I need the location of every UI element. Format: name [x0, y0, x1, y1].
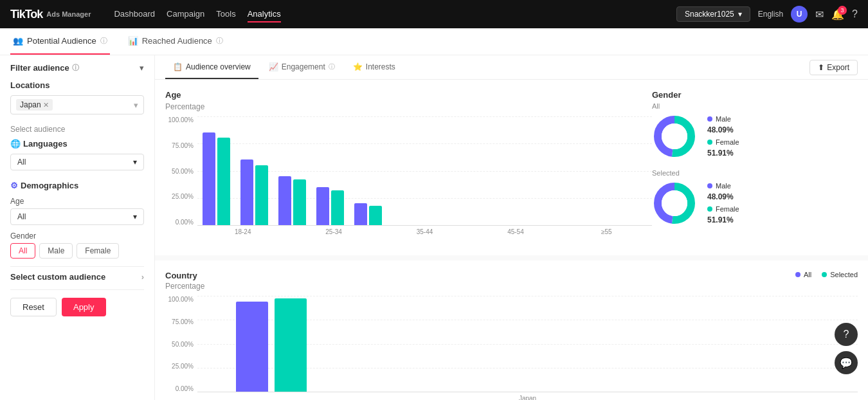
age-selected-bar-18-24	[217, 138, 230, 225]
overview-icon: 📋	[173, 62, 183, 71]
gender-all-legend: Male 48.09% Female 51.91%	[707, 115, 739, 158]
svg-point-5	[662, 190, 687, 216]
inner-tabbar: 📋 Audience overview 📈 Engagement ⓘ ⭐ Int…	[155, 55, 868, 80]
location-input[interactable]: Japan ✕ ▾	[10, 95, 144, 114]
location-dropdown-icon[interactable]: ▾	[134, 100, 138, 110]
selected-female-dot	[707, 206, 712, 212]
country-legend-selected: Selected	[822, 271, 858, 278]
age-selected-bar-45-54	[331, 190, 344, 225]
engagement-icon: 📈	[269, 62, 278, 71]
avatar[interactable]: U	[791, 6, 808, 23]
tab-audience-overview[interactable]: 📋 Audience overview	[165, 55, 258, 79]
section-header: Age Percentage 100.00% 75.00% 50.00% 25.…	[165, 90, 858, 245]
logo: TikTok Ads Manager	[10, 8, 91, 21]
select-audience-label: Select audience	[10, 125, 144, 134]
country-all-dot	[795, 272, 800, 277]
gender-buttons: All Male Female	[10, 243, 144, 259]
language-select[interactable]: All ▾	[10, 154, 144, 170]
audience-tabbar: 👥 Potential Audience ⓘ 📊 Reached Audienc…	[0, 28, 868, 55]
gender-label: Gender	[10, 232, 144, 241]
age-y-axis: 100.00% 75.00% 50.00% 25.00% 0.00%	[165, 116, 197, 226]
account-selector[interactable]: Snackker1025 ▾	[676, 6, 750, 22]
demographics-label: ⚙ Demographics	[10, 181, 144, 190]
filter-title: Filter audience ⓘ	[10, 63, 79, 73]
nav-analytics[interactable]: Analytics	[248, 6, 281, 23]
charts-container: Age Percentage 100.00% 75.00% 50.00% 25.…	[155, 80, 868, 400]
help-icon[interactable]: ?	[852, 8, 858, 20]
language-selector[interactable]: English	[758, 10, 783, 19]
age-group-35-44	[273, 116, 311, 225]
notifications-icon[interactable]: 🔔 3	[831, 8, 844, 21]
age-all-bar-55plus	[354, 203, 367, 225]
collapse-icon[interactable]: ▾	[140, 63, 144, 73]
reset-button[interactable]: Reset	[10, 298, 57, 316]
nav-tools[interactable]: Tools	[216, 6, 235, 23]
country-selected-bar	[275, 298, 307, 392]
potential-help-icon[interactable]: ⓘ	[100, 36, 107, 46]
main-layout: Filter audience ⓘ ▾ Locations Japan ✕ ▾ …	[0, 55, 868, 400]
country-selected-dot	[822, 272, 827, 277]
country-bar-chart: 100.00% 75.00% 50.00% 25.00% 0.00%	[165, 296, 858, 400]
age-group-18-24	[197, 116, 235, 225]
sidebar: Filter audience ⓘ ▾ Locations Japan ✕ ▾ …	[0, 55, 155, 400]
export-button[interactable]: ⬆ Export	[809, 60, 858, 75]
country-bar-group	[236, 298, 307, 392]
gender-male-button[interactable]: Male	[39, 243, 73, 259]
tab-interests[interactable]: ⭐ Interests	[345, 55, 403, 79]
apply-button[interactable]: Apply	[62, 298, 106, 316]
legend-female: Female	[707, 138, 739, 146]
age-group-55plus	[349, 116, 387, 225]
gender-selected-label: Selected	[652, 169, 858, 177]
gender-all-label: All	[652, 102, 858, 110]
nav-links: Dashboard Campaign Tools Analytics	[114, 6, 280, 23]
all-female-pct: 51.91%	[707, 149, 739, 158]
engagement-help-icon[interactable]: ⓘ	[329, 62, 335, 71]
nav-dashboard[interactable]: Dashboard	[114, 6, 155, 23]
age-selected-bar-55plus	[369, 206, 382, 225]
legend-selected-female: Female	[707, 205, 739, 213]
float-buttons: ? 💬	[835, 323, 858, 374]
age-group-45-54	[311, 116, 349, 225]
age-chart: Age Percentage 100.00% 75.00% 50.00% 25.…	[165, 90, 652, 245]
age-field: Age All ▾	[10, 197, 144, 225]
age-select[interactable]: All ▾	[10, 208, 144, 225]
remove-location-icon[interactable]: ✕	[43, 101, 49, 109]
gender-selected-legend: Male 48.09% Female 51.91%	[707, 182, 739, 224]
country-chart-title: Country	[165, 271, 204, 280]
help-float-button[interactable]: ?	[835, 323, 858, 346]
gender-female-button[interactable]: Female	[77, 243, 119, 259]
top-navigation: TikTok Ads Manager Dashboard Campaign To…	[0, 0, 868, 28]
languages-section: 🌐 Languages All ▾	[10, 139, 144, 170]
gender-all-donut-chart	[652, 114, 697, 159]
country-x-labels: Japan	[165, 392, 858, 400]
age-bar-chart: 100.00% 75.00% 50.00% 25.00% 0.00%	[165, 116, 652, 245]
locations-section: Locations Japan ✕ ▾	[10, 80, 144, 114]
demographics-section: ⚙ Demographics Age All ▾ Gender All Male…	[10, 181, 144, 259]
gender-selected-donut: Male 48.09% Female 51.91%	[652, 181, 858, 226]
filter-help-icon[interactable]: ⓘ	[72, 63, 79, 73]
male-dot	[707, 116, 712, 122]
reached-help-icon[interactable]: ⓘ	[216, 36, 223, 46]
nav-campaign[interactable]: Campaign	[167, 6, 204, 23]
custom-audience-row[interactable]: Select custom audience ›	[10, 266, 144, 287]
tab-engagement[interactable]: 📈 Engagement ⓘ	[261, 55, 343, 79]
age-pct-label: Percentage	[165, 102, 652, 111]
age-gender-section: Age Percentage 100.00% 75.00% 50.00% 25.…	[155, 80, 868, 255]
age-chart-title: Age	[165, 90, 652, 100]
gender-field: Gender All Male Female	[10, 232, 144, 259]
custom-audience-chevron: ›	[141, 272, 144, 282]
gender-chart-title: Gender	[652, 90, 858, 100]
svg-point-2	[662, 123, 687, 149]
age-selected-bar-25-34	[255, 165, 268, 225]
chevron-down-icon: ▾	[738, 10, 742, 19]
selected-female-pct: 51.91%	[707, 215, 739, 224]
gender-selected-donut-chart	[652, 181, 697, 226]
tab-potential-audience[interactable]: 👥 Potential Audience ⓘ	[10, 28, 110, 55]
tab-reached-audience[interactable]: 📊 Reached Audience ⓘ	[125, 28, 226, 55]
messages-icon[interactable]: ✉	[815, 8, 824, 21]
chat-float-button[interactable]: 💬	[835, 351, 858, 374]
all-male-pct: 48.09%	[707, 125, 739, 134]
gender-all-button[interactable]: All	[10, 243, 35, 259]
audience-icon: 👥	[13, 36, 23, 46]
country-section: Country Percentage All Selected	[155, 260, 868, 400]
